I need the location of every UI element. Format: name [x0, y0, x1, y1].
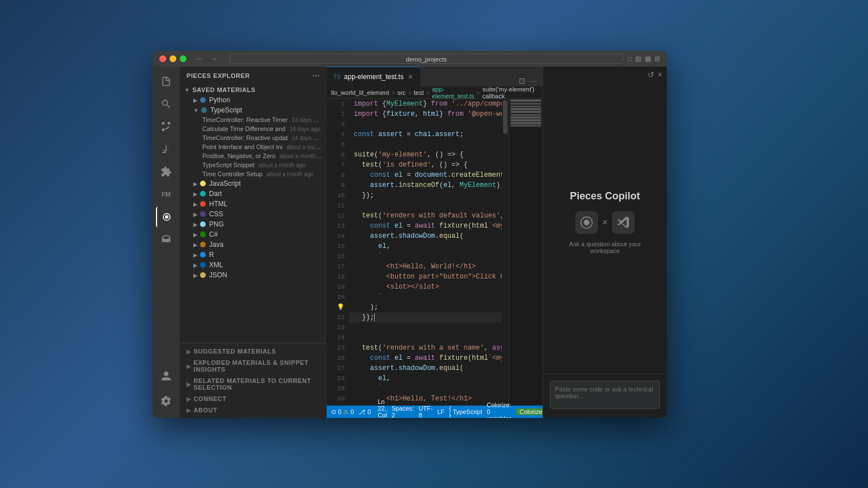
git-count: 0 [367, 408, 371, 415]
copilot-subtitle: Ask a question about your workspace [554, 241, 656, 254]
snippet-7[interactable]: Time Controller Setup about a month ago [180, 169, 327, 178]
sidebar-header-icons: ··· [313, 71, 320, 80]
lang-javascript[interactable]: ▶ JavaScript [180, 178, 327, 189]
snippet-6[interactable]: TypeScript Snippet about a month ago [180, 160, 327, 169]
breadcrumb-suite: suite('my-element') callback [482, 86, 538, 99]
code-line-21: ); [349, 302, 502, 312]
css-label: CSS [209, 210, 223, 218]
related-materials-section[interactable]: ▶ RELATED MATERIALS TO CURRENT SELECTION [180, 375, 327, 393]
mm-16 [510, 120, 541, 121]
lang-python[interactable]: ▶ Python [180, 95, 327, 105]
search-icon[interactable] [156, 94, 176, 114]
extensions-icon[interactable] [156, 162, 176, 182]
panel-close-icon[interactable]: × [658, 70, 662, 79]
snippet-2[interactable]: Calculate Time Difference and 14 days ag… [180, 124, 327, 133]
search-bar[interactable]: demo_projects [229, 54, 623, 64]
code-line-7: test('is defined', () => { [349, 160, 502, 170]
fm-icon[interactable]: FM [156, 184, 176, 204]
maximize-button[interactable] [180, 55, 186, 62]
tab-close-button[interactable]: × [407, 72, 414, 82]
scrollbar-thumb[interactable] [503, 100, 507, 134]
activity-bar-bottom [156, 366, 176, 418]
lang-r[interactable]: ▶ R [180, 250, 327, 260]
lang-html[interactable]: ▶ HTML [180, 199, 327, 209]
suggested-materials-section[interactable]: ▶ SUGGESTED MATERIALS [180, 346, 327, 357]
spaces-text: Spaces: 2 [392, 405, 414, 418]
layout-icon[interactable]: □ [628, 55, 632, 63]
code-line-5 [349, 140, 502, 150]
explored-materials-section[interactable]: ▶ EXPLORED MATERIALS & SNIPPET INSIGHTS [180, 357, 327, 375]
connect-chevron: ▶ [186, 396, 192, 402]
snippet-4[interactable]: Point Interface and Object Ini about a m… [180, 142, 327, 151]
snippet-1-time: 13 days ago [292, 117, 323, 123]
settings-icon[interactable] [156, 391, 176, 411]
code-editor[interactable]: 1 2 3 4 5 6 7 8 9 10 11 12 13 14 [327, 99, 542, 406]
breadcrumb: llo_world_lit_element > src > test > app… [327, 86, 542, 99]
account-icon[interactable] [156, 366, 176, 386]
java-chevron: ▶ [193, 242, 198, 248]
pieces-input[interactable] [550, 381, 660, 409]
status-errors[interactable]: ⊙ 0 ⚠ 0 [331, 408, 354, 416]
lang-xml[interactable]: ▶ XML [180, 260, 327, 270]
connect-section[interactable]: ▶ CONNECT [180, 393, 327, 404]
more-options-icon[interactable]: ··· [313, 71, 320, 80]
refresh-icon[interactable]: ↺ [648, 70, 654, 79]
png-dot [200, 221, 206, 227]
status-language[interactable]: { } TypeScript [449, 405, 483, 418]
layout3-icon[interactable]: ▩ [645, 55, 651, 63]
lang-png[interactable]: ▶ PNG [180, 219, 327, 229]
ln-3: 3 [327, 119, 345, 129]
forward-button[interactable]: → [208, 53, 220, 64]
snippet-1[interactable]: TimeController: Reactive Timer 13 days a… [180, 115, 327, 124]
scrollbar[interactable] [502, 99, 509, 406]
mm-14 [510, 117, 541, 119]
status-eol[interactable]: LF [437, 408, 445, 415]
lang-typescript[interactable]: ▼ TypeScript [180, 105, 327, 115]
title-bar: ← → demo_projects □ ▨ ▩ ⊞ [153, 51, 667, 67]
snippet-3[interactable]: TimeController: Reactive updat 14 days a… [180, 133, 327, 142]
layout2-icon[interactable]: ▨ [635, 55, 641, 63]
lang-json[interactable]: ▶ JSON [180, 270, 327, 280]
ln-30: 30 [327, 394, 345, 404]
connect-label: CONNECT [194, 395, 227, 402]
status-spaces[interactable]: Spaces: 2 [392, 405, 414, 418]
code-line-22: }); [349, 312, 502, 323]
pieces-icon[interactable] [156, 207, 176, 227]
breadcrumb-test: test [414, 89, 424, 96]
mm-20 [510, 126, 541, 127]
minimize-button[interactable] [170, 55, 176, 62]
run-icon[interactable] [156, 139, 176, 159]
files-icon[interactable] [156, 71, 176, 91]
status-encoding[interactable]: UTF-8 [419, 405, 433, 418]
database-icon[interactable] [156, 229, 176, 250]
lang-css[interactable]: ▶ CSS [180, 209, 327, 219]
lang-dart[interactable]: ▶ Dart [180, 189, 327, 199]
ln-14: 14 [327, 231, 345, 241]
lang-java[interactable]: ▶ Java [180, 239, 327, 250]
mini-map [509, 99, 542, 406]
about-section[interactable]: ▶ ABOUT [180, 404, 327, 416]
back-button[interactable]: ← [193, 53, 206, 64]
snippet-6-time: about a month ago [258, 162, 305, 168]
source-control-icon[interactable] [156, 116, 176, 137]
grid-icon[interactable]: ⊞ [654, 55, 660, 63]
eol-text: LF [437, 408, 445, 415]
status-git[interactable]: ⎇ 0 [358, 408, 371, 416]
snippet-5[interactable]: Positive, Negative, or Zero about a mont… [180, 151, 327, 160]
close-button[interactable] [159, 55, 166, 62]
xml-label: XML [209, 261, 223, 269]
json-label: JSON [209, 271, 227, 279]
active-tab[interactable]: TS app-element_test.ts × [327, 67, 420, 86]
saved-materials-section[interactable]: ▼ SAVED MATERIALS [180, 85, 327, 95]
dart-chevron: ▶ [193, 191, 198, 197]
status-colorize-button[interactable]: Colorize [516, 408, 542, 415]
javascript-dot [200, 181, 206, 186]
mm-18 [510, 123, 541, 124]
lang-csharp[interactable]: ▶ C# [180, 229, 327, 239]
code-content[interactable]: import {MyElement} from '../app/componen… [349, 99, 502, 406]
xml-dot [200, 262, 206, 268]
split-editor-icon[interactable]: ⊡ [518, 75, 527, 86]
more-actions-icon[interactable]: ··· [529, 75, 538, 86]
breadcrumb-sep4: > [476, 89, 480, 96]
code-line-15: el, [349, 241, 502, 251]
